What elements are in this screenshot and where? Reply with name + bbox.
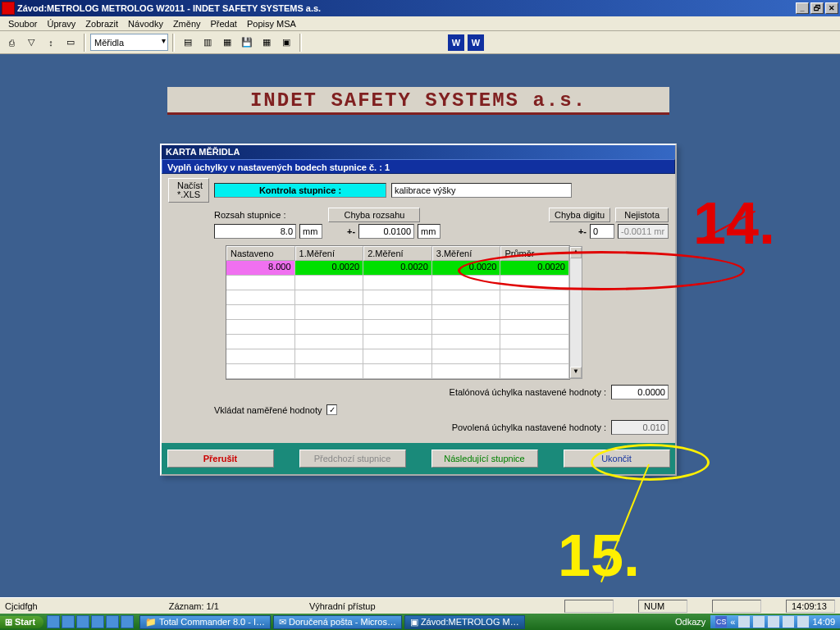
ql-icon-2[interactable] — [62, 615, 75, 628]
status-time: 14:09:13 — [786, 600, 835, 613]
nejistota-value: -0.0011 mr — [618, 224, 669, 239]
status-zaznam: Záznam: 1/1 — [169, 601, 219, 611]
chyba-rozsahu-unit: mm — [418, 224, 441, 239]
tray: CS « 14:09 — [710, 615, 840, 628]
ql-icon-5[interactable] — [106, 615, 119, 628]
col-prumer[interactable]: Průměr — [500, 246, 569, 261]
tray-icon-5[interactable] — [797, 616, 809, 628]
kontrola-stupnice-value[interactable]: kalibrace výšky — [391, 183, 572, 198]
word-icon-1[interactable]: W — [447, 34, 465, 52]
menu-zobrazit[interactable]: Zobrazit — [80, 16, 123, 31]
task-outlook[interactable]: ✉Doručená pošta - Micros… — [273, 615, 402, 629]
tool-grid-icon[interactable]: ▦ — [258, 34, 276, 52]
word-icon-2[interactable]: W — [467, 34, 485, 52]
tool-nav2-icon[interactable]: ▥ — [199, 34, 217, 52]
pm-1: +- — [347, 226, 355, 236]
tool-item-icon[interactable]: ▭ — [62, 34, 80, 52]
cell-m1[interactable]: 0.0020 — [295, 261, 364, 275]
workspace: INDET SAFETY SYSTEMS a.s. KARTA MĚŘIDLA … — [0, 54, 840, 597]
task-metrolog[interactable]: ▣Závod:METROLOG M… — [404, 615, 525, 629]
taskbar: ⊞ Start 📁Total Commander 8.0 - I… ✉Doruč… — [0, 614, 840, 630]
cell-m2[interactable]: 0.0020 — [363, 261, 432, 275]
grid-header: Nastaveno 1.Měření 2.Měření 3.Měření Prů… — [226, 246, 569, 261]
dialog-instruction: Vyplň úchylky v nastavených bodech stupn… — [162, 159, 675, 174]
menu-zmeny[interactable]: Změny — [168, 16, 206, 31]
annotation-label-15: 15. — [558, 522, 640, 589]
ql-icon-4[interactable] — [91, 615, 104, 628]
menubar: Soubor Úpravy Zobrazit Návodky Změny Pře… — [0, 16, 840, 31]
ql-icon-1[interactable] — [47, 615, 60, 628]
statusbar: Cjcidfgh Záznam: 1/1 Výhradní přístup NU… — [0, 597, 840, 614]
col-nastaveno[interactable]: Nastaveno — [226, 246, 295, 261]
window-buttons: _ 🗗 ✕ — [796, 2, 838, 14]
close-button[interactable]: ✕ — [825, 2, 838, 14]
etal-value[interactable]: 0.0000 — [611, 385, 669, 399]
ql-icon-6[interactable] — [121, 615, 134, 628]
tray-icon-3[interactable] — [768, 616, 779, 628]
scroll-up-icon[interactable]: ▲ — [570, 247, 582, 258]
status-num: NUM — [638, 600, 687, 613]
ql-icon-3[interactable] — [76, 615, 89, 628]
grid-mereni: Nastaveno 1.Měření 2.Měření 3.Měření Prů… — [226, 245, 570, 380]
tool-filter-icon[interactable]: ▽ — [22, 34, 40, 52]
dialog-karta-meridla: KARTA MĚŘIDLA Vyplň úchylky v nastavenýc… — [160, 144, 677, 476]
grid-row-1[interactable]: 8.000 0.0020 0.0020 0.0020 0.0020 — [226, 261, 569, 276]
tool-ext-icon[interactable]: ▣ — [277, 34, 295, 52]
menu-predat[interactable]: Předat — [206, 16, 242, 31]
menu-upravy[interactable]: Úpravy — [42, 16, 80, 31]
chyba-digitu-value[interactable]: 0 — [590, 224, 614, 239]
kontrola-stupnice-label: Kontrola stupnice : — [214, 183, 386, 198]
cell-m3[interactable]: 0.0020 — [432, 261, 501, 275]
menu-soubor[interactable]: Soubor — [3, 16, 42, 31]
minimize-button[interactable]: _ — [796, 2, 809, 14]
tool-left-icon[interactable]: ⎙ — [2, 34, 21, 52]
nejistota-button[interactable]: Nejistota — [615, 208, 669, 222]
tray-icon-1[interactable] — [738, 616, 750, 628]
vkladat-label: Vkládat naměřené hodnoty — [214, 405, 322, 415]
etal-label: Etalónová úchylka nastavené hodnoty : — [450, 387, 606, 397]
chyba-rozsahu-value[interactable]: 0.0100 — [358, 224, 414, 239]
vkladat-checkbox[interactable]: ✓ — [326, 404, 337, 415]
annotation-label-14: 14. — [693, 189, 775, 257]
menu-popisy[interactable]: Popisy MSA — [242, 16, 301, 31]
company-banner: INDET SAFETY SYSTEMS a.s. — [167, 87, 669, 115]
window-titlebar: Závod:METROLOG METROLOG W2011 - INDET SA… — [0, 0, 840, 16]
window-title: Závod:METROLOG METROLOG W2011 - INDET SA… — [17, 3, 321, 13]
combo-meridla[interactable]: Měřidla — [90, 34, 168, 51]
prerusit-button[interactable]: Přerušit — [167, 450, 274, 468]
ukoncit-button[interactable]: Ukončit — [564, 450, 670, 468]
tool-nav3-icon[interactable]: ▦ — [218, 34, 236, 52]
cell-nastaveno[interactable]: 8.000 — [226, 261, 295, 275]
col-m3[interactable]: 3.Měření — [432, 246, 501, 261]
nasledujici-button[interactable]: Následující stupnice — [431, 450, 538, 468]
col-m1[interactable]: 1.Měření — [295, 246, 364, 261]
povolena-value: 0.010 — [611, 420, 669, 435]
tray-expand-icon[interactable]: « — [730, 617, 735, 627]
start-button[interactable]: ⊞ Start — [0, 616, 43, 628]
tray-icon-4[interactable] — [783, 616, 794, 628]
tool-save-icon[interactable]: 💾 — [238, 34, 256, 52]
chyba-rozsahu-header: Chyba rozsahu — [328, 208, 420, 222]
pm-2: +- — [578, 226, 587, 236]
nacist-xls-button[interactable]: Načíst *.XLS — [168, 178, 209, 203]
quicklaunch — [43, 615, 137, 628]
status-pristup: Výhradní přístup — [309, 601, 376, 611]
lang-indicator[interactable]: CS — [715, 616, 727, 628]
restore-button[interactable]: 🗗 — [810, 2, 824, 14]
tray-time[interactable]: 14:09 — [812, 617, 835, 627]
rozsah-unit: mm — [299, 224, 322, 239]
task-totalcommander[interactable]: 📁Total Commander 8.0 - I… — [139, 615, 271, 629]
app-icon — [2, 2, 15, 15]
windows-icon: ⊞ — [5, 617, 12, 628]
tray-icon-2[interactable] — [753, 616, 765, 628]
cell-prumer[interactable]: 0.0020 — [500, 261, 569, 275]
rozsah-value[interactable]: 8.0 — [214, 224, 296, 239]
tool-nav1-icon[interactable]: ▤ — [179, 34, 197, 52]
menu-navodky[interactable]: Návodky — [123, 16, 168, 31]
grid-scrollbar[interactable]: ▲ ▼ — [569, 246, 582, 379]
tool-sort-icon[interactable]: ↕ — [42, 34, 60, 52]
col-m2[interactable]: 2.Měření — [363, 246, 432, 261]
dialog-footer: Přerušit Předchozí stupnice Následující … — [162, 443, 675, 474]
odkazy-label[interactable]: Odkazy — [670, 617, 710, 627]
scroll-down-icon[interactable]: ▼ — [570, 367, 582, 378]
